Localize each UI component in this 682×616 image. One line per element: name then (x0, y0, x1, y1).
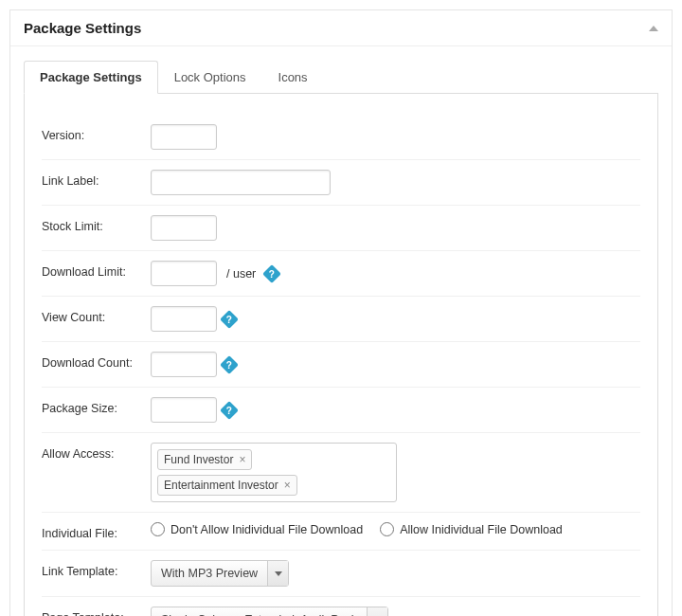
label-package-size: Package Size: (42, 397, 151, 415)
tab-icons[interactable]: Icons (262, 61, 324, 94)
tab-panel-package-settings: Version: Link Label: Stock Limit: Downlo… (24, 94, 658, 616)
page-template-select[interactable]: Single Column, Extended, AudioPack (151, 607, 388, 616)
metabox-body: Package Settings Lock Options Icons Vers… (10, 46, 672, 616)
radio-label: Allow Inidividual File Download (400, 523, 563, 536)
row-download-count: Download Count: ? (42, 342, 640, 388)
download-limit-input[interactable] (151, 261, 217, 286)
tag-remove-icon[interactable]: × (239, 454, 245, 465)
label-link-label: Link Label: (42, 170, 151, 188)
label-view-count: View Count: (42, 306, 151, 324)
row-allow-access: Allow Access: Fund Investor × Entertainm… (42, 433, 640, 513)
radio-label: Don't Allow Inidividual File Download (170, 523, 363, 536)
stock-limit-input[interactable] (151, 215, 217, 241)
individual-file-option-deny[interactable]: Don't Allow Inidividual File Download (151, 522, 363, 536)
tab-package-settings[interactable]: Package Settings (24, 61, 158, 94)
chevron-down-icon (267, 561, 288, 586)
help-icon[interactable]: ? (220, 401, 239, 420)
row-link-template: Link Template: With MP3 Preview (42, 551, 640, 597)
label-allow-access: Allow Access: (42, 443, 151, 461)
row-view-count: View Count: ? (42, 297, 640, 342)
chevron-down-icon (367, 607, 387, 616)
label-stock-limit: Stock Limit: (42, 215, 151, 233)
row-individual-file: Individual File: Don't Allow Inidividual… (42, 513, 640, 551)
label-individual-file: Individual File: (42, 522, 151, 540)
row-version: Version: (42, 115, 640, 160)
tab-lock-options[interactable]: Lock Options (158, 61, 262, 94)
row-link-label: Link Label: (42, 160, 640, 206)
access-tag: Fund Investor × (157, 449, 252, 470)
link-label-input[interactable] (151, 170, 331, 195)
select-value: Single Column, Extended, AudioPack (152, 607, 367, 616)
download-count-input[interactable] (151, 352, 217, 377)
label-page-template: Page Template: (42, 607, 151, 616)
label-download-count: Download Count: (42, 352, 151, 370)
tag-label: Entertainment Investor (164, 479, 278, 492)
package-size-input[interactable] (151, 397, 217, 423)
row-download-limit: Download Limit: / user ? (42, 251, 640, 297)
version-input[interactable] (151, 124, 217, 150)
tabs: Package Settings Lock Options Icons (24, 60, 658, 94)
row-package-size: Package Size: ? (42, 388, 640, 433)
row-stock-limit: Stock Limit: (42, 206, 640, 251)
collapse-toggle-icon[interactable] (649, 26, 658, 31)
tag-remove-icon[interactable]: × (284, 480, 291, 491)
download-limit-suffix: / user (226, 267, 256, 281)
row-page-template: Page Template: Single Column, Extended, … (42, 597, 640, 616)
label-version: Version: (42, 124, 151, 142)
individual-file-radio-deny[interactable] (151, 522, 165, 536)
package-settings-metabox: Package Settings Package Settings Lock O… (9, 9, 673, 616)
individual-file-radio-allow[interactable] (380, 522, 394, 536)
select-value: With MP3 Preview (152, 561, 267, 586)
metabox-title: Package Settings (24, 20, 141, 36)
help-icon[interactable]: ? (262, 264, 281, 283)
tag-label: Fund Investor (164, 453, 233, 466)
view-count-input[interactable] (151, 306, 217, 332)
help-icon[interactable]: ? (220, 355, 239, 374)
link-template-select[interactable]: With MP3 Preview (151, 560, 289, 587)
label-download-limit: Download Limit: (42, 261, 151, 279)
metabox-header: Package Settings (10, 10, 672, 46)
individual-file-option-allow[interactable]: Allow Inidividual File Download (380, 522, 563, 536)
help-icon[interactable]: ? (220, 310, 239, 329)
access-tag: Entertainment Investor × (157, 475, 297, 496)
allow-access-tagbox[interactable]: Fund Investor × Entertainment Investor × (151, 443, 397, 502)
label-link-template: Link Template: (42, 560, 151, 578)
